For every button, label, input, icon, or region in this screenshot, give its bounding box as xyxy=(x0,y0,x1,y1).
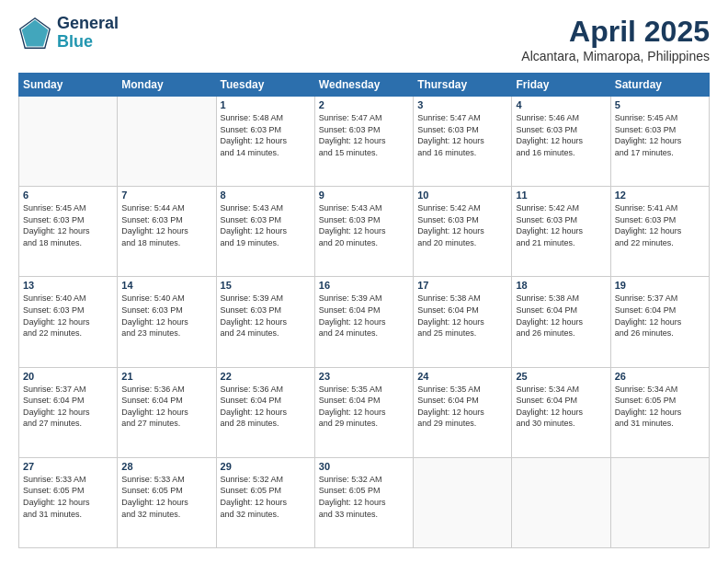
day-number: 21 xyxy=(121,371,211,382)
day-number: 29 xyxy=(221,461,311,472)
calendar-cell: 25Sunrise: 5:34 AM Sunset: 6:04 PM Dayli… xyxy=(512,367,610,457)
calendar-cell: 11Sunrise: 5:42 AM Sunset: 6:03 PM Dayli… xyxy=(512,187,610,277)
day-number: 8 xyxy=(221,190,311,201)
calendar-cell: 23Sunrise: 5:35 AM Sunset: 6:04 PM Dayli… xyxy=(314,367,413,457)
day-number: 28 xyxy=(121,461,211,472)
calendar-cell: 7Sunrise: 5:44 AM Sunset: 6:03 PM Daylig… xyxy=(118,187,216,277)
day-info: Sunrise: 5:32 AM Sunset: 6:05 PM Dayligh… xyxy=(319,474,409,520)
calendar-cell: 15Sunrise: 5:39 AM Sunset: 6:03 PM Dayli… xyxy=(216,277,314,367)
day-number: 13 xyxy=(23,280,113,291)
day-number: 4 xyxy=(516,99,606,110)
day-number: 5 xyxy=(615,99,705,110)
day-info: Sunrise: 5:36 AM Sunset: 6:04 PM Dayligh… xyxy=(121,384,211,430)
day-info: Sunrise: 5:34 AM Sunset: 6:04 PM Dayligh… xyxy=(516,384,606,430)
day-number: 30 xyxy=(319,461,409,472)
day-info: Sunrise: 5:45 AM Sunset: 6:03 PM Dayligh… xyxy=(615,112,705,158)
day-number: 3 xyxy=(417,99,507,110)
day-number: 20 xyxy=(23,371,113,382)
calendar-cell: 14Sunrise: 5:40 AM Sunset: 6:03 PM Dayli… xyxy=(118,277,216,367)
day-info: Sunrise: 5:48 AM Sunset: 6:03 PM Dayligh… xyxy=(221,112,311,158)
calendar-cell: 13Sunrise: 5:40 AM Sunset: 6:03 PM Dayli… xyxy=(19,277,118,367)
day-number: 11 xyxy=(516,190,606,201)
day-number: 23 xyxy=(319,371,409,382)
day-info: Sunrise: 5:33 AM Sunset: 6:05 PM Dayligh… xyxy=(23,474,113,520)
calendar-header-row: SundayMondayTuesdayWednesdayThursdayFrid… xyxy=(19,74,710,97)
day-number: 7 xyxy=(121,190,211,201)
day-number: 17 xyxy=(417,280,507,291)
day-number: 12 xyxy=(615,190,705,201)
calendar-header-friday: Friday xyxy=(512,74,610,97)
day-info: Sunrise: 5:47 AM Sunset: 6:03 PM Dayligh… xyxy=(319,112,409,158)
day-info: Sunrise: 5:38 AM Sunset: 6:04 PM Dayligh… xyxy=(516,293,606,339)
day-info: Sunrise: 5:46 AM Sunset: 6:03 PM Dayligh… xyxy=(516,112,606,158)
main-title: April 2025 xyxy=(521,15,710,49)
calendar-cell: 17Sunrise: 5:38 AM Sunset: 6:04 PM Dayli… xyxy=(414,277,512,367)
calendar-cell: 5Sunrise: 5:45 AM Sunset: 6:03 PM Daylig… xyxy=(610,97,709,187)
day-info: Sunrise: 5:34 AM Sunset: 6:05 PM Dayligh… xyxy=(615,384,705,430)
calendar-cell: 29Sunrise: 5:32 AM Sunset: 6:05 PM Dayli… xyxy=(216,457,314,547)
day-number: 26 xyxy=(615,371,705,382)
calendar-cell: 22Sunrise: 5:36 AM Sunset: 6:04 PM Dayli… xyxy=(216,367,314,457)
calendar-cell xyxy=(610,457,709,547)
day-info: Sunrise: 5:39 AM Sunset: 6:04 PM Dayligh… xyxy=(319,293,409,339)
week-row-4: 20Sunrise: 5:37 AM Sunset: 6:04 PM Dayli… xyxy=(19,367,710,457)
calendar-cell: 24Sunrise: 5:35 AM Sunset: 6:04 PM Dayli… xyxy=(414,367,512,457)
calendar-cell xyxy=(19,97,118,187)
page: General Blue April 2025 Alcantara, Mimar… xyxy=(0,0,728,563)
calendar-cell xyxy=(118,97,216,187)
subtitle: Alcantara, Mimaropa, Philippines xyxy=(521,49,710,63)
day-info: Sunrise: 5:42 AM Sunset: 6:03 PM Dayligh… xyxy=(417,202,507,248)
day-info: Sunrise: 5:32 AM Sunset: 6:05 PM Dayligh… xyxy=(221,474,311,520)
week-row-2: 6Sunrise: 5:45 AM Sunset: 6:03 PM Daylig… xyxy=(19,187,710,277)
calendar-cell: 12Sunrise: 5:41 AM Sunset: 6:03 PM Dayli… xyxy=(610,187,709,277)
day-number: 14 xyxy=(121,280,211,291)
day-info: Sunrise: 5:40 AM Sunset: 6:03 PM Dayligh… xyxy=(23,293,113,339)
header: General Blue April 2025 Alcantara, Mimar… xyxy=(18,15,710,63)
calendar-header-sunday: Sunday xyxy=(19,74,118,97)
day-number: 24 xyxy=(417,371,507,382)
title-section: April 2025 Alcantara, Mimaropa, Philippi… xyxy=(521,15,710,63)
day-number: 27 xyxy=(23,461,113,472)
day-number: 9 xyxy=(319,190,409,201)
day-number: 15 xyxy=(221,280,311,291)
week-row-1: 1Sunrise: 5:48 AM Sunset: 6:03 PM Daylig… xyxy=(19,97,710,187)
calendar-cell xyxy=(512,457,610,547)
calendar-cell: 8Sunrise: 5:43 AM Sunset: 6:03 PM Daylig… xyxy=(216,187,314,277)
logo-line2: Blue xyxy=(57,33,119,52)
calendar-header-thursday: Thursday xyxy=(414,74,512,97)
day-info: Sunrise: 5:33 AM Sunset: 6:05 PM Dayligh… xyxy=(121,474,211,520)
calendar-cell: 30Sunrise: 5:32 AM Sunset: 6:05 PM Dayli… xyxy=(314,457,413,547)
day-info: Sunrise: 5:37 AM Sunset: 6:04 PM Dayligh… xyxy=(23,384,113,430)
day-info: Sunrise: 5:40 AM Sunset: 6:03 PM Dayligh… xyxy=(121,293,211,339)
svg-marker-0 xyxy=(22,19,49,46)
calendar-header-wednesday: Wednesday xyxy=(314,74,413,97)
day-info: Sunrise: 5:35 AM Sunset: 6:04 PM Dayligh… xyxy=(417,384,507,430)
day-number: 18 xyxy=(516,280,606,291)
calendar-cell: 28Sunrise: 5:33 AM Sunset: 6:05 PM Dayli… xyxy=(118,457,216,547)
day-number: 16 xyxy=(319,280,409,291)
day-info: Sunrise: 5:37 AM Sunset: 6:04 PM Dayligh… xyxy=(615,293,705,339)
week-row-5: 27Sunrise: 5:33 AM Sunset: 6:05 PM Dayli… xyxy=(19,457,710,547)
day-number: 10 xyxy=(417,190,507,201)
calendar-cell: 1Sunrise: 5:48 AM Sunset: 6:03 PM Daylig… xyxy=(216,97,314,187)
day-number: 6 xyxy=(23,190,113,201)
calendar-cell: 21Sunrise: 5:36 AM Sunset: 6:04 PM Dayli… xyxy=(118,367,216,457)
day-info: Sunrise: 5:35 AM Sunset: 6:04 PM Dayligh… xyxy=(319,384,409,430)
calendar-table: SundayMondayTuesdayWednesdayThursdayFrid… xyxy=(18,73,710,548)
calendar-cell: 9Sunrise: 5:43 AM Sunset: 6:03 PM Daylig… xyxy=(314,187,413,277)
week-row-3: 13Sunrise: 5:40 AM Sunset: 6:03 PM Dayli… xyxy=(19,277,710,367)
calendar-cell xyxy=(414,457,512,547)
calendar-cell: 6Sunrise: 5:45 AM Sunset: 6:03 PM Daylig… xyxy=(19,187,118,277)
day-info: Sunrise: 5:38 AM Sunset: 6:04 PM Dayligh… xyxy=(417,293,507,339)
calendar-cell: 10Sunrise: 5:42 AM Sunset: 6:03 PM Dayli… xyxy=(414,187,512,277)
calendar-cell: 20Sunrise: 5:37 AM Sunset: 6:04 PM Dayli… xyxy=(19,367,118,457)
calendar-cell: 16Sunrise: 5:39 AM Sunset: 6:04 PM Dayli… xyxy=(314,277,413,367)
day-number: 2 xyxy=(319,99,409,110)
day-info: Sunrise: 5:45 AM Sunset: 6:03 PM Dayligh… xyxy=(23,202,113,248)
day-number: 1 xyxy=(221,99,311,110)
day-info: Sunrise: 5:43 AM Sunset: 6:03 PM Dayligh… xyxy=(221,202,311,248)
calendar-cell: 2Sunrise: 5:47 AM Sunset: 6:03 PM Daylig… xyxy=(314,97,413,187)
logo: General Blue xyxy=(18,15,119,52)
day-info: Sunrise: 5:44 AM Sunset: 6:03 PM Dayligh… xyxy=(121,202,211,248)
logo-line1: General xyxy=(57,15,119,33)
